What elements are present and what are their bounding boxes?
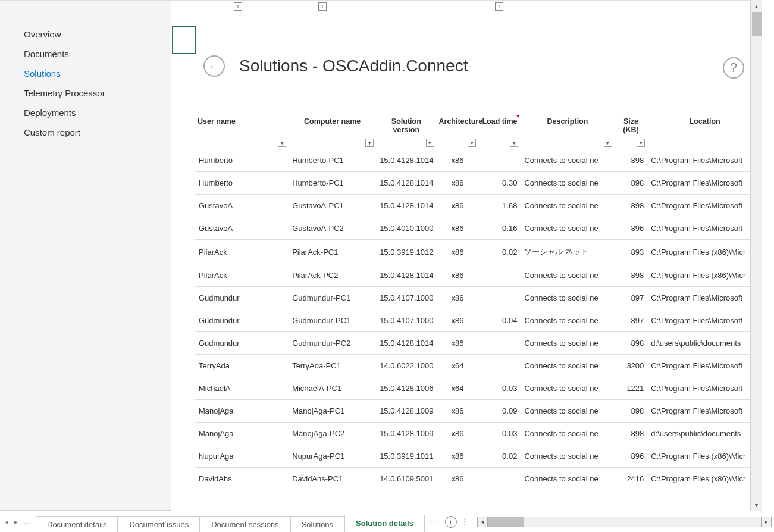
sidebar-item-documents[interactable]: Documents [0,44,171,64]
filter-dropdown-icon[interactable]: ▾ [426,139,434,147]
table-cell: 15.0.4107.1000 [376,287,436,309]
sidebar-item-custom-report[interactable]: Custom report [0,123,171,142]
table-cell: x86 [437,423,479,445]
table-cell: x86 [437,332,479,355]
table-row[interactable]: GudmundurGudmundur-PC215.0.4128.1014x86C… [195,332,762,355]
splitter-handle[interactable]: ⋮ [463,511,466,532]
table-cell: Humberto [195,172,289,195]
filter-dropdown-icon[interactable]: ▾ [637,139,645,147]
table-cell: Connects to social ne [521,217,614,240]
table-cell: ManojAga-PC1 [289,400,376,423]
solutions-table: User name▾Computer name▾Solution version… [195,114,762,490]
table-cell: 15.0.3919.1012 [376,240,436,264]
tab-document-issues[interactable]: Document issues [118,516,200,532]
add-sheet-icon[interactable]: + [445,516,457,528]
sidebar-item-deployments[interactable]: Deployments [0,103,171,123]
table-cell: C:\Program Files\Microsoft [647,355,762,377]
table-row[interactable]: NupurAgaNupurAga-PC115.0.3919.1011x860.0… [195,445,762,468]
table-row[interactable]: PilarAckPilarAck-PC215.0.4128.1014x86Con… [195,264,762,287]
table-cell: x64 [437,355,479,377]
table-cell [478,355,521,377]
scroll-thumb[interactable] [752,12,762,36]
hscroll-left-icon[interactable]: ◂ [477,517,488,527]
table-cell: x86 [437,287,479,309]
sheet-nav-prev-icon[interactable]: ◂ [5,518,8,526]
table-cell: 0.03 [478,377,521,400]
table-row[interactable]: GustavoAGustavoA-PC115.0.4128.1014x861.6… [195,195,762,217]
hscroll-right-icon[interactable]: ▸ [761,517,772,527]
table-cell: C:\Program Files (x86)\Micr [647,240,762,264]
table-cell: GustavoA [195,195,289,217]
tab-solution-details[interactable]: Solution details [344,515,425,532]
filter-dropdown-icon[interactable]: ▾ [278,139,286,147]
filter-dropdown-icon[interactable]: ▾ [604,139,612,147]
tab-document-sessions[interactable]: Document sessions [200,516,290,532]
back-icon[interactable]: ← [203,55,225,77]
table-cell: GustavoA-PC1 [289,195,376,217]
sidebar-item-overview[interactable]: Overview [0,24,171,44]
table-cell [478,149,521,172]
table-row[interactable]: ManojAgaManojAga-PC115.0.4128.1009x860.0… [195,400,762,423]
table-cell: ManojAga [195,400,289,423]
table-cell: ソーシャル ネット [521,240,614,264]
table-row[interactable]: DavidAhsDavidAhs-PC114.0.6109.5001x86Con… [195,468,762,490]
scroll-down-icon[interactable]: ▾ [751,499,762,511]
table-cell: 1221 [615,377,648,400]
vertical-scrollbar[interactable]: ▴ ▾ [750,0,762,511]
tab-solutions[interactable]: Solutions [290,516,344,532]
table-row[interactable]: ManojAgaManojAga-PC215.0.4128.1009x860.0… [195,423,762,445]
table-cell: Gudmundur [195,287,289,309]
table-cell: Gudmundur [195,332,289,355]
table-cell: TerryAda [195,355,289,377]
table-cell: MichaelA-PC1 [289,377,376,400]
table-cell: x86 [437,468,479,490]
table-row[interactable]: MichaelAMichaelA-PC115.0.4128.1006x640.0… [195,377,762,400]
table-cell: C:\Program Files\Microsoft [647,217,762,240]
table-row[interactable]: GudmundurGudmundur-PC115.0.4107.1000x86C… [195,287,762,309]
tab-document-details[interactable]: Document details [36,516,118,532]
column-header-size-kb-: Size (KB)▾ [615,114,648,149]
sheet-nav-more[interactable]: … [24,518,31,526]
table-cell: Humberto-PC1 [289,172,376,195]
header-row: ← Solutions - OSCAddin.Connect [171,42,762,90]
scroll-up-icon[interactable]: ▴ [751,0,762,12]
selected-cell[interactable] [172,26,196,54]
filter-dropdown-icon[interactable]: ▾ [510,139,518,147]
column-header-architecture: Architecture▾ [437,114,479,149]
sidebar-item-telemetry-processor[interactable]: Telemetry Processor [0,83,171,103]
horizontal-scrollbar[interactable]: ◂ ▸ [475,511,774,532]
table-cell: C:\Program Files\Microsoft [647,149,762,172]
hscroll-track[interactable] [488,517,761,527]
hscroll-thumb[interactable] [488,517,524,527]
table-row[interactable]: HumbertoHumberto-PC115.0.4128.1014x86Con… [195,149,762,172]
column-header-label: Location [690,117,720,126]
page-title: Solutions - OSCAddin.Connect [239,57,468,76]
column-header-computer-name: Computer name▾ [289,114,376,149]
sidebar-item-solutions[interactable]: Solutions [0,64,171,83]
table-row[interactable]: GudmundurGudmundur-PC115.0.4107.1000x860… [195,309,762,332]
table-cell: C:\Program Files\Microsoft [647,287,762,309]
table-cell: Connects to social ne [521,309,614,332]
table-row[interactable]: HumbertoHumberto-PC115.0.4128.1014x860.3… [195,172,762,195]
table-cell: Connects to social ne [521,468,614,490]
tabs-overflow[interactable]: ... [425,511,441,532]
column-header-label: Solution version [391,117,421,134]
help-icon[interactable]: ? [723,57,744,79]
table-row[interactable]: PilarAckPilarAck-PC115.0.3919.1012x860.0… [195,240,762,264]
table-cell: DavidAhs [195,468,289,490]
table-cell: 15.0.4128.1014 [376,264,436,287]
table-cell: 15.0.4128.1014 [376,195,436,217]
table-cell: x86 [437,172,479,195]
column-header-label: Computer name [304,117,361,126]
table-cell: 15.0.4128.1014 [376,172,436,195]
table-cell: x86 [437,309,479,332]
table-cell: 0.30 [478,172,521,195]
table-cell: Connects to social ne [521,423,614,445]
table-row[interactable]: GustavoAGustavoA-PC215.0.4010.1000x860.1… [195,217,762,240]
table-row[interactable]: TerryAdaTerryAda-PC114.0.6022.1000x64Con… [195,355,762,377]
table-cell: 897 [615,287,648,309]
sheet-nav-next-icon[interactable]: ▸ [14,518,18,526]
filter-dropdown-icon[interactable]: ▾ [365,139,374,147]
table-cell: 0.09 [478,400,521,423]
filter-dropdown-icon[interactable]: ▾ [468,139,476,147]
